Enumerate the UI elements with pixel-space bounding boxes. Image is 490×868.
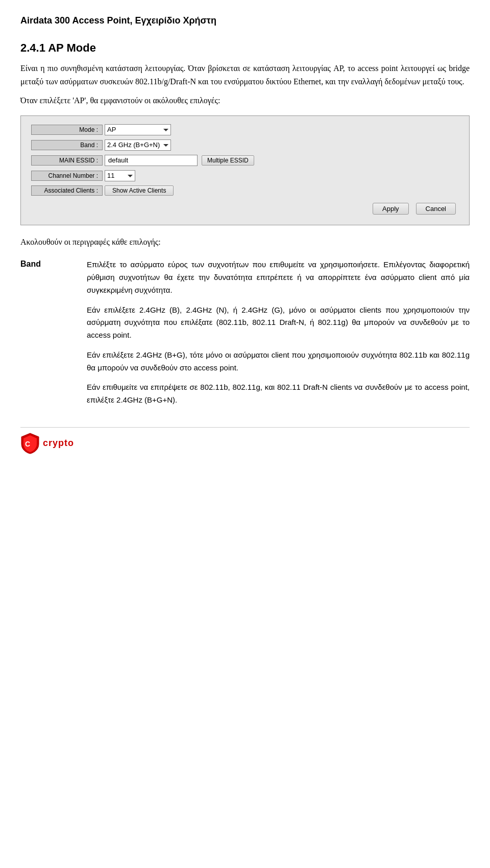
band-description-row: Band Επιλέξτε το ασύρματο εύρος των συχν… xyxy=(20,259,470,407)
follow-text: Ακολουθούν οι περιγραφές κάθε επιλογής: xyxy=(20,236,470,249)
channel-label: Channel Number : xyxy=(31,171,103,181)
crypto-logo: C crypto xyxy=(20,433,74,454)
action-buttons-row: Apply Cancel xyxy=(31,203,459,215)
crypto-shield-icon: C xyxy=(20,433,40,454)
essid-input[interactable] xyxy=(105,155,198,166)
band-para-4: Εάν επιθυμείτε να επιτρέψετε σε 802.11b,… xyxy=(87,381,470,407)
channel-row: Channel Number : 11 xyxy=(31,170,459,181)
crypto-text: crypto xyxy=(43,438,74,449)
descriptions-section: Band Επιλέξτε το ασύρματο εύρος των συχν… xyxy=(20,259,470,407)
page-title: Airdata 300 Access Point, Εγχειρίδιο Χρή… xyxy=(20,15,470,26)
band-definition: Επιλέξτε το ασύρματο εύρος των συχνοτήτω… xyxy=(87,259,470,407)
svg-text:C: C xyxy=(25,440,30,448)
intro-text: Είναι η πιο συνηθισμένη κατάσταση λειτου… xyxy=(20,62,470,88)
channel-select[interactable]: 11 xyxy=(105,170,135,181)
apply-button[interactable]: Apply xyxy=(373,203,409,215)
clients-label: Associated Clients : xyxy=(31,185,103,196)
band-row: Band : 2.4 GHz (B+G+N) xyxy=(31,139,459,151)
mode-select[interactable]: AP xyxy=(105,124,171,135)
band-select[interactable]: 2.4 GHz (B+G+N) xyxy=(105,139,171,151)
sub-intro-text: Όταν επιλέξετε 'AP', θα εμφανιστούν οι α… xyxy=(20,94,470,107)
band-para-3: Εάν επιλέξετε 2.4GHz (B+G), τότε μόνο οι… xyxy=(87,349,470,374)
show-active-clients-button[interactable]: Show Active Clients xyxy=(105,185,174,196)
multiple-essid-button[interactable]: Multiple ESSID xyxy=(202,155,254,166)
mode-row: Mode : AP xyxy=(31,124,459,135)
ap-mode-panel: Mode : AP Band : 2.4 GHz (B+G+N) MAIN ES… xyxy=(20,115,470,225)
essid-row: MAIN ESSID : Multiple ESSID xyxy=(31,155,459,166)
section-title: 2.4.1 AP Mode xyxy=(20,41,470,55)
band-para-1: Επιλέξτε το ασύρματο εύρος των συχνοτήτω… xyxy=(87,259,470,296)
band-para-2: Εάν επιλέξετε 2.4GHz (B), 2.4GHz (N), ή … xyxy=(87,304,470,342)
footer: C crypto xyxy=(20,427,470,454)
clients-row: Associated Clients : Show Active Clients xyxy=(31,185,459,196)
cancel-button[interactable]: Cancel xyxy=(416,203,456,215)
mode-label: Mode : xyxy=(31,125,103,135)
band-label: Band : xyxy=(31,140,103,150)
band-term: Band xyxy=(20,259,87,407)
essid-label: MAIN ESSID : xyxy=(31,155,103,166)
